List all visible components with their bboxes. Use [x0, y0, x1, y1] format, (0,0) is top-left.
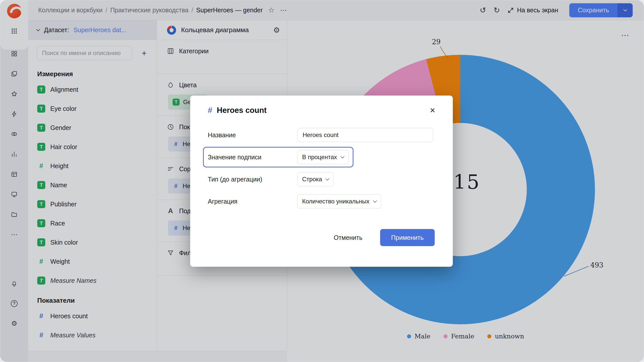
modal-title: Heroes count	[217, 106, 267, 115]
measure-type-icon: #	[208, 106, 212, 115]
modal-body: Название Значение подписи В процентах Ти…	[208, 128, 435, 246]
type-row: Тип (до агрегации) Строка	[208, 172, 435, 186]
chevron-down-icon	[340, 154, 344, 158]
label-value-row: Значение подписи В процентах	[208, 150, 349, 164]
apply-button[interactable]: Применить	[380, 229, 435, 246]
label-value-label: Значение подписи	[208, 154, 297, 161]
aggregation-label: Агрегация	[208, 198, 297, 205]
select-value: В процентах	[302, 154, 337, 161]
field-settings-modal: # Heroes count × Название Значение подпи…	[190, 96, 453, 267]
modal-actions: Отменить Применить	[208, 229, 435, 246]
type-select[interactable]: Строка	[297, 172, 334, 186]
highlighted-setting: Значение подписи В процентах	[203, 147, 353, 167]
chevron-down-icon	[326, 176, 330, 180]
app-window: ⋯ ? ⚙ Коллекции и воркбуки / Практически…	[0, 0, 644, 362]
close-icon[interactable]: ×	[430, 106, 435, 115]
label-value-select[interactable]: В процентах	[297, 150, 349, 164]
modal-header: # Heroes count ×	[208, 106, 435, 115]
cancel-button[interactable]: Отменить	[330, 234, 366, 241]
aggregation-row: Агрегация Количество уникальных	[208, 194, 435, 208]
field-name-input[interactable]	[297, 128, 433, 142]
field-name-row: Название	[208, 128, 435, 142]
select-value: Количество уникальных	[302, 198, 370, 205]
aggregation-select[interactable]: Количество уникальных	[297, 194, 381, 208]
chevron-down-icon	[373, 199, 377, 203]
field-name-label: Название	[208, 131, 297, 139]
type-label: Тип (до агрегации)	[208, 176, 297, 183]
select-value: Строка	[302, 176, 322, 183]
